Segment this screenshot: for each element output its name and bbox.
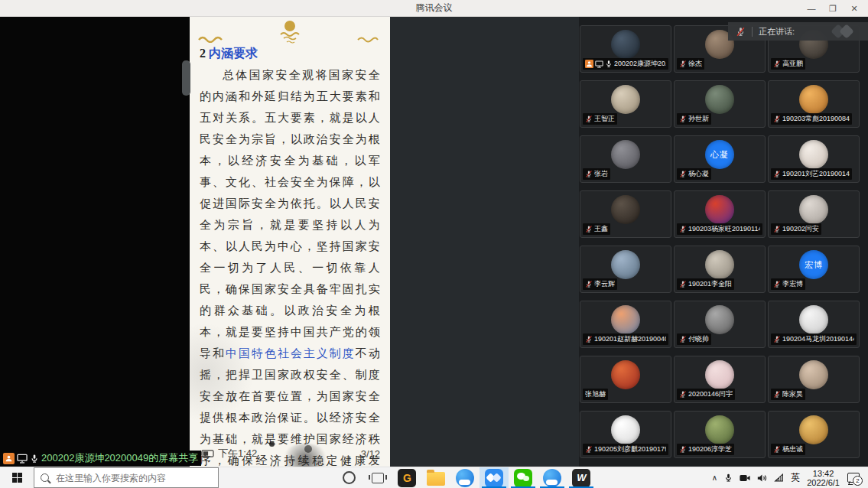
tray-input-language[interactable]: 英 — [791, 471, 800, 484]
taskbar-app-file-explorer[interactable] — [421, 467, 450, 488]
task-view-button[interactable] — [363, 467, 392, 488]
participant-name: 190203常彪20190084 — [782, 114, 850, 124]
tray-mic-icon[interactable] — [724, 473, 733, 483]
participant-label: 张岩 — [583, 168, 610, 180]
participant-tile[interactable]: 190201刘艺20190014 — [768, 135, 860, 183]
tray-clock[interactable]: 13:42 2022/6/1 — [807, 469, 840, 487]
taskbar-app-tencent-meeting[interactable] — [480, 467, 509, 488]
taskbar-app-g[interactable]: G — [392, 467, 421, 488]
avatar-text: 宏博 — [805, 259, 823, 271]
participant-label: 20200146闫宇 — [677, 389, 735, 400]
qq-icon — [456, 469, 474, 487]
participant-tile[interactable]: 李云辉 — [580, 246, 671, 293]
participant-tile[interactable]: 190204马龙圳20190144 — [768, 301, 860, 348]
participant-tile[interactable]: 张岩 — [580, 135, 671, 183]
participant-tile[interactable]: 心凝 杨心凝 — [674, 135, 766, 183]
mic-muted-icon — [679, 335, 687, 343]
participant-tile[interactable]: 190201李金阳 — [674, 246, 766, 293]
close-button[interactable]: ✕ — [844, 0, 865, 17]
wechat-icon — [514, 469, 532, 487]
participant-name: 高亚鹏 — [782, 59, 803, 69]
avatar: 心凝 — [705, 140, 734, 169]
participant-tile[interactable]: 190202闫安 — [768, 190, 860, 238]
stage-right-letterbox — [390, 17, 579, 467]
windows-taskbar: G W ∧ 英 13:42 2022/6/1 — [0, 467, 868, 488]
avatar — [799, 305, 828, 334]
avatar — [705, 360, 734, 389]
mic-muted-icon — [773, 280, 781, 288]
participant-tile[interactable]: 190201赵新赫20190040 — [580, 301, 671, 348]
participant-tile[interactable]: 190206淳学芝 — [674, 411, 766, 458]
taskbar-space — [219, 467, 334, 488]
participant-name: 190201李金阳 — [688, 279, 732, 289]
avatar-text: 心凝 — [710, 149, 729, 161]
participant-name: 李云辉 — [594, 279, 615, 289]
taskbar-app-wps[interactable]: W — [567, 467, 596, 488]
avatar — [611, 140, 640, 169]
participant-label: 190201刘艺20190014 — [771, 168, 852, 180]
participant-tile[interactable]: 190205刘彦麒20190179 — [580, 411, 671, 458]
mic-muted-icon — [679, 170, 687, 178]
participant-label: 孙世新 — [677, 113, 711, 125]
participant-name: 杨心凝 — [688, 169, 709, 179]
cortana-button[interactable] — [334, 467, 363, 488]
mic-on-icon — [30, 454, 39, 464]
participant-tile[interactable]: 付晓帅 — [674, 301, 766, 348]
restore-button[interactable]: ❐ — [822, 0, 844, 17]
start-button[interactable] — [0, 467, 34, 488]
taskbar-app-wechat[interactable] — [509, 467, 538, 488]
participant-label: 190206淳学芝 — [677, 444, 734, 455]
participant-tile[interactable]: 宏博 李宏博 — [768, 246, 860, 293]
participant-tile[interactable]: 200202康源坤20... — [580, 25, 671, 73]
screen-share-icon — [17, 454, 28, 464]
screen-share-banner: 200202康源坤20200049的屏幕共享 — [0, 451, 201, 466]
participant-tile[interactable]: 陈家昊 — [768, 356, 860, 403]
avatar: 宏博 — [799, 250, 828, 279]
participant-tile[interactable]: 张旭赫 — [580, 356, 671, 403]
participants-grid: 200202康源坤20... 徐杰 — [580, 25, 863, 458]
host-badge-icon — [585, 60, 593, 68]
search-icon — [41, 473, 49, 482]
doc-footer: 下午1:42 3/12 — [200, 447, 380, 460]
mic-muted-icon — [679, 225, 687, 233]
tray-network-icon[interactable] — [774, 473, 784, 483]
participant-tile[interactable]: 20200146闫宇 — [674, 356, 766, 403]
avatar — [611, 250, 640, 279]
avatar — [611, 360, 640, 389]
participant-tile[interactable]: 190203杨家旺20190114 — [674, 190, 766, 238]
minimize-button[interactable]: — — [801, 0, 822, 17]
mic-on-icon — [605, 60, 613, 68]
doc-clock: 下午1:42 — [218, 447, 257, 460]
participant-tile[interactable]: 王鑫 — [580, 190, 671, 238]
participant-name: 付晓帅 — [688, 334, 709, 344]
participant-name: 徐杰 — [688, 59, 702, 69]
ink-dot — [269, 441, 275, 447]
doc-heading-number: 2 — [200, 47, 206, 60]
search-input[interactable] — [54, 472, 212, 484]
action-center-button[interactable]: 2 — [847, 472, 860, 484]
mic-muted-icon — [773, 60, 781, 68]
participant-label: 190204马龙圳20190144 — [771, 333, 857, 345]
avatar — [799, 415, 828, 444]
avatar — [611, 305, 640, 334]
participant-name: 190206淳学芝 — [688, 444, 732, 454]
qq-icon — [543, 469, 561, 487]
host-badge-icon — [3, 453, 15, 464]
doc-heading-text: 内涵要求 — [209, 47, 258, 60]
participant-tile[interactable]: 孙世新 — [674, 80, 766, 128]
tray-expand-button[interactable]: ∧ — [712, 473, 717, 482]
taskbar-app-qq2[interactable] — [538, 467, 567, 488]
participant-label: 高亚鹏 — [771, 58, 805, 70]
taskbar-search[interactable] — [34, 467, 219, 488]
wps-icon: W — [572, 469, 590, 487]
taskbar-app-qq[interactable] — [450, 467, 480, 488]
participant-tile[interactable]: 杨忠诚 — [768, 411, 860, 458]
tray-camera-icon[interactable] — [740, 474, 750, 482]
participant-tile[interactable]: 王智正 — [580, 80, 671, 128]
mic-muted-icon — [585, 225, 593, 233]
squiggle-icon — [356, 32, 379, 46]
participant-tile[interactable]: 190203常彪20190084 — [768, 80, 860, 128]
avatar — [611, 30, 640, 59]
tray-speaker-icon[interactable] — [757, 473, 767, 483]
tray-date: 2022/6/1 — [807, 478, 840, 487]
